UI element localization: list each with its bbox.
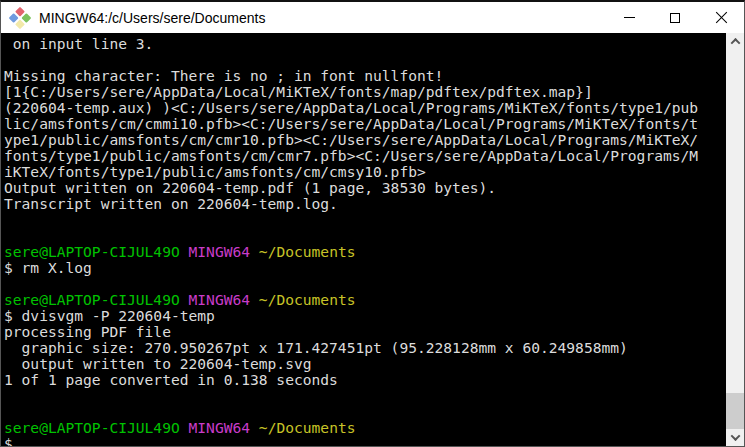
scroll-down-button[interactable] — [726, 429, 744, 446]
close-icon — [715, 11, 728, 24]
maximize-button[interactable] — [652, 2, 698, 33]
terminal-line: 1 of 1 page converted in 0.138 seconds — [4, 372, 726, 388]
terminal-text: 1 of 1 page converted in 0.138 seconds — [4, 371, 338, 388]
terminal-text: ype1/public/amsfonts/cm/cmr10.pfb><C:/Us… — [4, 131, 698, 148]
terminal-text: lic/amsfonts/cm/cmmi10.pfb><C:/Users/ser… — [4, 115, 698, 132]
terminal-text: $ dvisvgm -P 220604-temp — [4, 307, 215, 324]
terminal-line: output written to 220604-temp.svg — [4, 356, 726, 372]
window-title: MINGW64:/c/Users/sere/Documents — [39, 10, 265, 26]
prompt-msystem: MINGW64 — [189, 419, 251, 436]
terminal-text: on input line 3. — [4, 35, 153, 52]
terminal-line: processing PDF file — [4, 324, 726, 340]
terminal-text: Missing character: There is no ; in font… — [4, 67, 443, 84]
terminal-line: Transcript written on 220604-temp.log. — [4, 196, 726, 212]
prompt-separator — [250, 291, 259, 308]
window-controls — [606, 2, 744, 33]
minimize-button[interactable] — [606, 2, 652, 33]
prompt-separator — [180, 291, 189, 308]
terminal-line: graphic size: 270.950267pt x 171.427451p… — [4, 340, 726, 356]
terminal-line: lic/amsfonts/cm/cmmi10.pfb><C:/Users/ser… — [4, 116, 726, 132]
window-content: on input line 3. Missing character: Ther… — [1, 33, 744, 446]
terminal-line: $ — [4, 436, 726, 446]
terminal-window: MINGW64:/c/Users/sere/Documents on input… — [0, 0, 745, 447]
terminal-line: (220604-temp.aux) )<C:/Users/sere/AppDat… — [4, 100, 726, 116]
terminal-line: $ dvisvgm -P 220604-temp — [4, 308, 726, 324]
terminal-line — [4, 52, 726, 68]
terminal-text: processing PDF file — [4, 323, 171, 340]
terminal-text: iKTeX/fonts/type1/public/amsfonts/cm/cms… — [4, 163, 426, 180]
terminal-text: (220604-temp.aux) )<C:/Users/sere/AppDat… — [4, 99, 698, 116]
terminal-prompt-line: sere@LAPTOP-CIJUL49O MINGW64 ~/Documents — [4, 292, 726, 308]
terminal-line — [4, 388, 726, 404]
close-button[interactable] — [698, 2, 744, 33]
terminal-line — [4, 212, 726, 228]
terminal-line: on input line 3. — [4, 36, 726, 52]
prompt-separator — [250, 419, 259, 436]
terminal-text: Transcript written on 220604-temp.log. — [4, 195, 338, 212]
chevron-down-icon — [730, 431, 740, 441]
prompt-user-host: sere@LAPTOP-CIJUL49O — [4, 291, 180, 308]
prompt-separator — [180, 243, 189, 260]
maximize-icon — [670, 13, 680, 23]
terminal-line: fonts/type1/public/amsfonts/cm/cmr7.pfb>… — [4, 148, 726, 164]
terminal-line: $ rm X.log — [4, 260, 726, 276]
terminal-line: Output written on 220604-temp.pdf (1 pag… — [4, 180, 726, 196]
terminal-line: [1{C:/Users/sere/AppData/Local/MiKTeX/fo… — [4, 84, 726, 100]
chevron-up-icon — [730, 38, 740, 48]
msys2-app-icon — [9, 7, 31, 29]
terminal-text: Output written on 220604-temp.pdf (1 pag… — [4, 179, 496, 196]
prompt-path: ~/Documents — [259, 291, 356, 308]
prompt-path: ~/Documents — [259, 243, 356, 260]
terminal-text: $ rm X.log — [4, 259, 92, 276]
terminal-text: fonts/type1/public/amsfonts/cm/cmr7.pfb>… — [4, 147, 698, 164]
terminal-line — [4, 276, 726, 292]
terminal-text: output written to 220604-temp.svg — [4, 355, 312, 372]
terminal-output[interactable]: on input line 3. Missing character: Ther… — [1, 33, 726, 446]
terminal-line: Missing character: There is no ; in font… — [4, 68, 726, 84]
terminal-prompt-line: sere@LAPTOP-CIJUL49O MINGW64 ~/Documents — [4, 420, 726, 436]
terminal-line: ype1/public/amsfonts/cm/cmr10.pfb><C:/Us… — [4, 132, 726, 148]
scrollbar-thumb[interactable] — [726, 393, 744, 429]
msys2-diamond-icon — [9, 6, 32, 29]
terminal-prompt-line: sere@LAPTOP-CIJUL49O MINGW64 ~/Documents — [4, 244, 726, 260]
prompt-user-host: sere@LAPTOP-CIJUL49O — [4, 243, 180, 260]
terminal-text: graphic size: 270.950267pt x 171.427451p… — [4, 339, 628, 356]
terminal-text: $ — [4, 435, 22, 446]
terminal-line — [4, 404, 726, 420]
prompt-separator — [180, 419, 189, 436]
terminal-text: [1{C:/Users/sere/AppData/Local/MiKTeX/fo… — [4, 83, 593, 100]
prompt-path: ~/Documents — [259, 419, 356, 436]
terminal-line — [4, 228, 726, 244]
prompt-separator — [250, 243, 259, 260]
prompt-msystem: MINGW64 — [189, 291, 251, 308]
terminal-line: iKTeX/fonts/type1/public/amsfonts/cm/cms… — [4, 164, 726, 180]
prompt-msystem: MINGW64 — [189, 243, 251, 260]
scroll-up-button[interactable] — [726, 33, 744, 50]
title-bar[interactable]: MINGW64:/c/Users/sere/Documents — [1, 2, 744, 33]
scrollbar[interactable] — [726, 33, 744, 446]
prompt-user-host: sere@LAPTOP-CIJUL49O — [4, 419, 180, 436]
minimize-icon — [624, 17, 635, 18]
